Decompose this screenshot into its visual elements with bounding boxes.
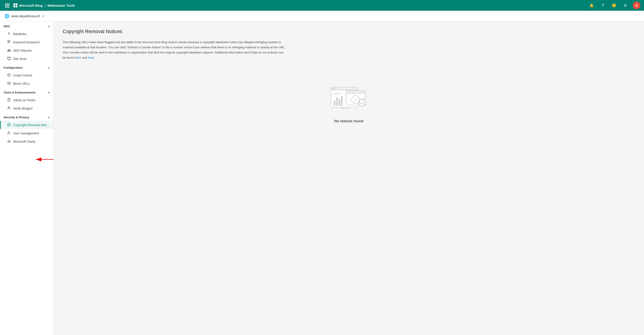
site-url: www.rakyatbicara.id/ [11, 14, 40, 18]
site-scan-label: Site Scan [13, 57, 26, 60]
sidebar: SEO ∧ Backlinks Keyword Research SEO R [0, 22, 54, 335]
sidebar-section-seo[interactable]: SEO ∧ [0, 22, 54, 30]
copyright-icon: C [7, 123, 11, 127]
seo-reports-icon [7, 48, 11, 52]
crawl-control-icon [7, 73, 11, 78]
block-urls-icon [7, 82, 11, 86]
svg-rect-43 [348, 94, 349, 94]
svg-rect-7 [10, 50, 10, 52]
microsoft-clarity-icon [7, 139, 11, 144]
brand-logo: Microsoft Bing | Webmaster Tools [14, 3, 75, 8]
sidebar-item-microsoft-clarity[interactable]: Microsoft Clarity [0, 137, 54, 146]
svg-rect-33 [333, 94, 340, 94]
seo-section-items: Backlinks Keyword Research SEO Reports S… [0, 30, 54, 63]
copyright-removal-label: Copyright Removal Noti... [13, 123, 49, 127]
sidebar-item-block-urls[interactable]: Block URLs [0, 80, 54, 88]
grid-icon [5, 3, 10, 8]
tools-section-items: robots.txt Tester Verify Bingbot [0, 96, 54, 112]
empty-state: No notices found [62, 74, 635, 132]
user-avatar-button[interactable]: E [633, 2, 640, 9]
svg-rect-23 [331, 87, 358, 90]
sidebar-item-copyright-removal[interactable]: C Copyright Removal Noti... [0, 121, 54, 129]
crawl-control-label: Crawl Control [13, 74, 32, 77]
svg-rect-29 [336, 97, 338, 106]
notifications-button[interactable]: 🔔 [588, 2, 595, 9]
help-button[interactable]: ? [599, 2, 606, 9]
gear-icon: ⚙ [624, 3, 627, 8]
svg-rect-12 [8, 98, 10, 101]
grid-menu-button[interactable] [4, 2, 11, 9]
svg-rect-8 [8, 57, 10, 60]
svg-point-16 [8, 107, 10, 108]
sidebar-item-crawl-control[interactable]: Crawl Control [0, 71, 54, 80]
seo-section-label: SEO [4, 24, 10, 28]
verify-bingbot-label: Verify Bingbot [13, 107, 32, 110]
user-management-label: User management [13, 132, 39, 135]
empty-state-text: No notices found [334, 119, 364, 123]
keyword-research-icon [7, 40, 11, 44]
sidebar-section-security[interactable]: Security & Privacy ∧ [0, 112, 54, 121]
sidebar-item-keyword-research[interactable]: Keyword Research [0, 38, 54, 46]
sidebar-item-site-scan[interactable]: Site Scan [0, 54, 54, 63]
sidebar-item-backlinks[interactable]: Backlinks [0, 30, 54, 38]
backlinks-icon [7, 32, 11, 36]
tools-section-label: Tools & Enhancements [4, 91, 36, 94]
sidebar-item-verify-bingbot[interactable]: Verify Bingbot [0, 104, 54, 112]
svg-point-36 [352, 96, 360, 104]
here-link-2[interactable]: here [88, 56, 94, 59]
description-text: The following URLs have been flagged and… [62, 40, 286, 60]
sidebar-item-user-management[interactable]: User management [0, 129, 54, 137]
nav-right: 🔔 ? 🙂 ⚙ E [588, 2, 640, 9]
tools-section-chevron: ∧ [48, 91, 50, 94]
configuration-section-label: Configuration [4, 66, 22, 69]
avatar-letter: E [636, 4, 638, 8]
sidebar-item-seo-reports[interactable]: SEO Reports [0, 46, 54, 54]
here-link-1[interactable]: here [75, 56, 81, 59]
site-dropdown-chevron: ▾ [42, 14, 44, 18]
feedback-button[interactable]: 🙂 [610, 2, 618, 9]
site-scan-icon [7, 56, 11, 61]
page-title: Copyright Removal Notices [62, 28, 635, 34]
robots-txt-label: robots.txt Tester [13, 98, 35, 102]
svg-rect-2 [8, 42, 10, 43]
svg-rect-31 [341, 96, 343, 106]
help-icon: ? [602, 3, 604, 8]
svg-rect-0 [8, 40, 10, 41]
sidebar-section-configuration[interactable]: Configuration ∧ [0, 63, 54, 71]
svg-rect-24 [332, 88, 333, 89]
svg-rect-10 [8, 58, 10, 58]
svg-rect-9 [8, 60, 10, 60]
no-notices-illustration [329, 83, 369, 119]
product-name: Webmaster Tools [48, 4, 75, 8]
globe-icon: 🌐 [4, 14, 10, 18]
robots-txt-icon [7, 98, 11, 102]
svg-rect-5 [9, 49, 9, 52]
security-section-items: C Copyright Removal Noti... User managem… [0, 121, 54, 146]
windows-icon [14, 3, 18, 8]
sidebar-item-robots-txt[interactable]: robots.txt Tester [0, 96, 54, 104]
security-section-chevron: ∧ [48, 116, 50, 119]
sidebar-section-tools[interactable]: Tools & Enhancements ∧ [0, 88, 54, 96]
nav-left: Microsoft Bing | Webmaster Tools [4, 2, 75, 9]
svg-rect-15 [8, 100, 9, 100]
svg-rect-32 [333, 92, 342, 93]
user-management-icon [7, 131, 11, 135]
top-navigation: Microsoft Bing | Webmaster Tools 🔔 ? 🙂 ⚙… [0, 0, 644, 11]
svg-text:C: C [8, 124, 10, 126]
settings-button[interactable]: ⚙ [622, 2, 629, 9]
svg-rect-13 [8, 99, 10, 99]
seo-section-chevron: ∧ [48, 25, 50, 28]
svg-rect-25 [334, 88, 335, 89]
svg-point-38 [357, 98, 358, 99]
main-content: Copyright Removal Notices The following … [54, 22, 644, 335]
block-urls-label: Block URLs [13, 82, 30, 86]
svg-rect-30 [338, 99, 340, 106]
and-text: and [82, 56, 88, 59]
backlinks-label: Backlinks [13, 32, 26, 36]
smiley-icon: 🙂 [612, 3, 616, 8]
main-layout: SEO ∧ Backlinks Keyword Research SEO R [0, 22, 644, 335]
svg-rect-6 [10, 50, 10, 52]
site-selector[interactable]: 🌐 www.rakyatbicara.id/ ▾ [4, 14, 44, 18]
seo-reports-label: SEO Reports [13, 49, 32, 52]
svg-rect-27 [342, 107, 346, 108]
